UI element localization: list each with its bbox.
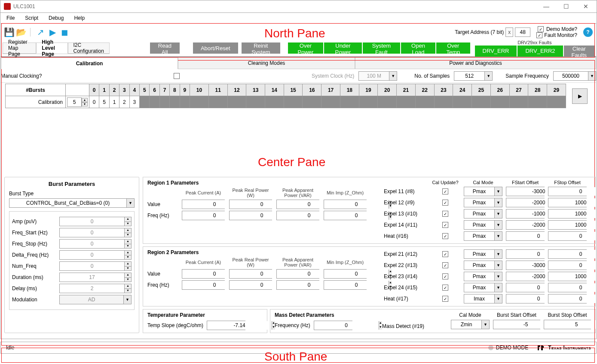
mass-freq-input[interactable] [314,321,379,330]
cal-mode-select[interactable]: Pmax▼ [464,261,502,270]
cal-fstop-input[interactable] [548,294,597,303]
stop-icon[interactable]: ◼ [60,27,69,37]
chevron-down-icon[interactable]: ▼ [588,72,596,80]
chevron-down-icon[interactable]: ▼ [484,72,492,80]
menu-help[interactable]: Help [70,14,89,22]
cal-mode-select[interactable]: Imax▼ [464,294,502,303]
cal-update-check[interactable]: ✓ [442,233,448,239]
r1-freq-3[interactable] [324,211,389,220]
cal-mode-select[interactable]: Pmax▼ [464,187,502,196]
sys-clock-label: System Clock (Hz) [312,73,354,79]
sys-clock-input [359,72,389,80]
bp-input-3[interactable] [60,251,124,259]
cal-fstop-input[interactable] [548,272,597,281]
bursts-table: #Bursts 01234567891011121314151617181920… [5,84,566,108]
fault-open-load[interactable]: Open Load [401,42,435,54]
cal-update-check[interactable]: ✓ [442,222,448,228]
cal-fstop-input[interactable] [548,261,597,270]
tab-high-level[interactable]: High Level Page [36,42,67,54]
cal-update-check[interactable]: ✓ [442,273,448,279]
cal-fstop-input[interactable] [548,283,597,292]
r2-freq-3[interactable] [324,281,389,289]
demo-mode-check[interactable]: ✓Demo Mode? [536,26,577,32]
fault-over-power[interactable]: Over Power [288,42,324,54]
cal-update-check[interactable]: ✓ [442,285,448,291]
cal-fstop-input[interactable] [548,209,597,218]
close-button[interactable]: ✕ [576,0,596,12]
cal-update-check[interactable]: ✓ [442,188,448,194]
fault-system-fault[interactable]: System Fault [363,42,400,54]
mass-stop-input[interactable] [544,320,597,329]
cal-mode-select[interactable]: Pmax▼ [464,220,502,230]
reinit-button[interactable]: Reinit System [242,42,280,54]
subtab-calibration[interactable]: Calibration [1,58,178,69]
cal-row-name: Expel 22 (#13) [384,262,427,268]
fault-under-power[interactable]: Under Power [324,42,361,54]
fault-over-temp[interactable]: Over Temp [436,42,470,54]
cal-fstop-input[interactable] [548,221,597,229]
burst-empty-27 [509,96,528,108]
sample-freq-input[interactable] [554,72,588,80]
cal-update-check[interactable]: ✓ [442,262,448,268]
burst-empty-16 [303,96,321,108]
cal-mode-select[interactable]: Pmax▼ [464,272,502,281]
cal-mode-select[interactable]: Pmax▼ [464,231,502,241]
r2-value-3[interactable] [324,270,389,278]
fault-drv-err2[interactable]: DRV_ERR2 [517,46,563,57]
modulation-select[interactable]: AD▼ [59,295,132,304]
mass-mode-select[interactable]: Zmin▼ [451,320,490,329]
read-all-button[interactable]: Read All [150,42,180,54]
samples-input[interactable] [454,72,484,80]
bp-input-0[interactable] [60,217,124,226]
calibration-count[interactable] [67,97,82,107]
burst-type-select[interactable]: CONTROL_Burst_Cal_DcBias=0 (0)▼ [9,198,135,208]
subtab-cleaning[interactable]: Cleaning Modes [178,57,355,69]
cal-mode-select[interactable]: Pmax▼ [464,283,502,292]
bp-input-5[interactable] [60,273,124,282]
bp-input-1[interactable] [60,228,124,237]
chevron-down-icon: ▼ [389,72,397,80]
title-bar: ULC1001 — ☐ ✕ [0,0,597,13]
cal-fstop-input[interactable] [548,232,597,240]
maximize-button[interactable]: ☐ [556,0,576,12]
play-icon[interactable]: ▶ [48,27,57,37]
cal-update-check[interactable]: ✓ [442,211,448,217]
tab-register-map[interactable]: Register Map Page [3,42,36,54]
cal-mode-select[interactable]: Pmax▼ [464,198,502,207]
target-prefix [505,27,513,37]
r2-col-0: Peak Current (A) [182,260,225,265]
cal-update-check[interactable]: ✓ [442,296,448,302]
cal-update-check[interactable]: ✓ [442,200,448,206]
cal-fstop-input[interactable] [548,250,597,258]
help-icon[interactable]: ? [583,27,593,37]
cal-mode-select[interactable]: Pmax▼ [464,209,502,218]
menu-script[interactable]: Script [21,14,43,22]
bp-input-4[interactable] [60,262,124,270]
temp-slope-input[interactable] [207,321,272,330]
target-address-input[interactable] [515,27,530,37]
open-icon[interactable]: 📂 [16,27,26,37]
r1-value-3[interactable] [324,200,389,209]
menu-file[interactable]: File [2,14,19,22]
cal-mode-select[interactable]: Pmax▼ [464,249,502,259]
minimize-button[interactable]: — [536,0,556,12]
bp-input-2[interactable] [60,240,124,248]
clear-faults-button[interactable]: Clear Faults [564,46,594,57]
manual-clocking-check[interactable] [174,73,180,79]
bp-input-6[interactable] [60,284,124,293]
status-dot-icon [488,345,493,350]
subtab-power-diag[interactable]: Power and Diagnostics [355,57,596,69]
burst-val-0: 0 [89,96,99,108]
tab-i2c-config[interactable]: I2C Configuration [68,42,110,54]
save-icon[interactable]: 💾 [4,27,14,37]
fault-drv-err[interactable]: DRV_ERR [475,46,517,57]
fault-monitor-check[interactable]: ✓Fault Monitor? [536,32,577,38]
run-calibration-button[interactable]: ▶ [572,88,588,104]
cal-fstop-input[interactable] [548,187,597,196]
cal-fstop-input[interactable] [548,198,597,207]
popout-icon[interactable]: ↗ [36,27,45,37]
burst-col-3: 3 [119,84,129,96]
menu-debug[interactable]: Debug [44,14,68,22]
abort-button[interactable]: Abort/Reset [193,42,238,54]
cal-update-check[interactable]: ✓ [442,251,448,257]
